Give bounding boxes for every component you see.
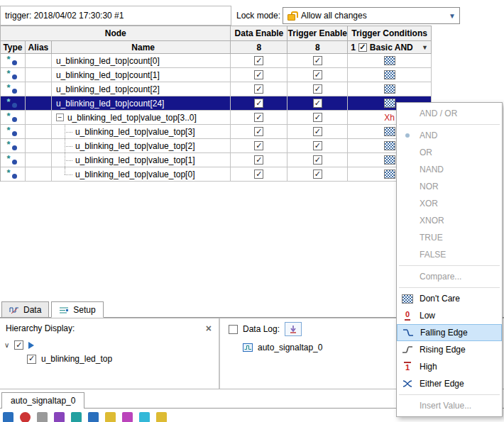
data-enable-cell[interactable] [231,167,287,182]
yellow-icon[interactable] [105,412,116,422]
purple-icon[interactable] [54,412,65,422]
checkbox-checked-icon[interactable] [254,70,263,79]
checkbox-checked-icon[interactable] [313,113,322,122]
tab-setup[interactable]: Setup [51,301,103,318]
node-name-cell[interactable]: u_blinking_led_top|value_top[3] [52,125,231,139]
menu-item-either-edge[interactable]: Either Edge [397,375,502,392]
tab-data[interactable]: Data [1,301,49,317]
cyan-icon[interactable] [139,412,150,422]
checkbox-checked-icon[interactable] [313,99,322,108]
alias-cell[interactable] [26,96,52,111]
expander-chevron-icon[interactable] [4,341,9,349]
collapse-icon[interactable] [56,113,64,121]
lock-mode-dropdown[interactable]: Allow all changes [283,7,460,24]
trigger-condition-cell[interactable] [348,68,432,82]
tab-auto-signaltap-0[interactable]: auto_signaltap_0 [1,392,84,409]
checkbox-checked-icon[interactable] [254,56,263,65]
data-enable-cell[interactable] [231,68,287,82]
data-enable-cell[interactable] [231,82,287,96]
checkbox-checked-icon[interactable] [254,170,263,179]
menu-item-dont-care[interactable]: Don't Care [397,290,502,307]
trigger-condition-cell[interactable] [348,82,432,96]
checkbox-checked-icon[interactable] [313,84,322,94]
data-enable-cell[interactable] [231,96,287,111]
node-name-cell[interactable]: u_blinking_led_top|count[24] [52,96,231,111]
close-icon[interactable] [206,323,212,334]
node-name-cell[interactable]: u_blinking_led_top|count[0] [52,54,231,68]
trigger-enable-cell[interactable] [287,167,348,182]
checkbox-checked-icon[interactable] [254,84,263,94]
trigger-enable-cell[interactable] [287,139,348,153]
alias-cell[interactable] [26,54,52,68]
table-row[interactable]: u_blinking_led_top|count[0] [1,54,432,68]
table-row[interactable]: u_blinking_led_top|count[1] [1,68,432,82]
trigger-enable-cell[interactable] [287,68,348,82]
data-enable-cell[interactable] [231,125,287,139]
trigger-condition-selector[interactable]: 1 Basic AND [348,41,432,54]
table-row-selected[interactable]: u_blinking_led_top|count[24] [1,96,432,111]
node-name-cell[interactable]: u_blinking_led_top|value_top[3..0] [52,111,231,125]
menu-item-falling-edge[interactable]: Falling Edge [397,324,502,341]
node-name-cell[interactable]: u_blinking_led_top|count[1] [52,68,231,82]
table-row-group[interactable]: u_blinking_led_top|value_top[3..0] Xh [1,111,432,125]
trigger-enable-cell[interactable] [287,111,348,125]
trigger-enable-cell[interactable] [287,153,348,167]
trigger-enable-cell[interactable] [287,54,348,68]
trigger-enable-cell[interactable] [287,82,348,96]
table-row-child[interactable]: u_blinking_led_top|value_top[2] [1,139,432,153]
checkbox-checked-icon[interactable] [313,127,322,136]
data-log-button[interactable] [285,322,302,336]
menu-item-rising-edge[interactable]: Rising Edge [397,341,502,358]
node-name-cell[interactable]: u_blinking_led_top|value_top[1] [52,153,231,167]
gray-icon[interactable] [37,412,48,422]
table-row-child[interactable]: u_blinking_led_top|value_top[0] [1,167,432,182]
checkbox-checked-icon[interactable] [254,113,263,122]
trigger-enable-cell[interactable] [287,96,348,111]
blue-icon[interactable] [88,412,99,422]
node-name-cell[interactable]: u_blinking_led_top|count[2] [52,82,231,96]
checkbox-checked-icon[interactable] [27,355,36,364]
checkbox-checked-icon[interactable] [254,127,263,136]
data-enable-cell[interactable] [231,111,287,125]
trigger-condition-cell[interactable] [348,54,432,68]
node-name-cell[interactable]: u_blinking_led_top|value_top[0] [52,167,231,182]
alias-cell[interactable] [26,68,52,82]
checkbox-checked-icon[interactable] [254,141,263,150]
menu-item-high[interactable]: High [397,358,502,375]
trigger-enable-cell[interactable] [287,125,348,139]
checkbox-unchecked-icon[interactable] [229,325,238,334]
table-row-child[interactable]: u_blinking_led_top|value_top[3] [1,125,432,139]
checkbox-checked-icon[interactable] [313,56,322,65]
blue-node-icon[interactable] [3,412,13,422]
table-row-child[interactable]: u_blinking_led_top|value_top[1] [1,153,432,167]
hierarchy-item-row[interactable]: u_blinking_led_top [0,350,219,364]
checkbox-checked-icon[interactable] [313,141,322,150]
menu-item-low[interactable]: Low [397,307,502,324]
trigger-condition-checkbox[interactable] [358,43,367,52]
alias-cell[interactable] [26,111,52,125]
magenta-icon[interactable] [122,412,133,422]
data-enable-cell[interactable] [231,153,287,167]
checkbox-checked-icon[interactable] [254,99,263,108]
hierarchy-root-row[interactable] [0,337,219,350]
data-enable-cell[interactable] [231,139,287,153]
alias-cell[interactable] [26,167,52,182]
alias-cell[interactable] [26,153,52,167]
red-stop-icon[interactable] [20,412,31,422]
alias-cell[interactable] [26,139,52,153]
checkbox-checked-icon[interactable] [313,70,322,79]
chevron-down-icon[interactable] [422,44,428,51]
yellow-icon[interactable] [156,412,167,422]
table-row[interactable]: u_blinking_led_top|count[2] [1,82,432,96]
node-name-cell[interactable]: u_blinking_led_top|value_top[2] [52,139,231,153]
alias-cell[interactable] [26,125,52,139]
chevron-down-icon[interactable] [449,12,456,20]
teal-icon[interactable] [71,412,82,422]
checkbox-checked-icon[interactable] [14,340,23,350]
checkbox-checked-icon[interactable] [254,155,263,165]
checkbox-checked-icon[interactable] [313,170,322,179]
dont-care-icon [384,70,395,79]
checkbox-checked-icon[interactable] [313,155,322,165]
data-enable-cell[interactable] [231,54,287,68]
alias-cell[interactable] [26,82,52,96]
